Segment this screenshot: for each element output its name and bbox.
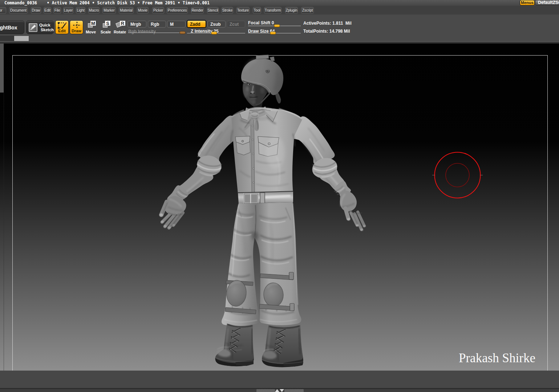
- default-zscript-button[interactable]: DefaultZScript: [535, 0, 559, 5]
- rgb-intensity-handle[interactable]: [179, 31, 186, 34]
- m-button[interactable]: M: [167, 21, 186, 28]
- draw-size-handle[interactable]: [270, 32, 276, 34]
- menu-render[interactable]: Render: [191, 7, 204, 14]
- hscroll-thumb[interactable]: [14, 36, 29, 41]
- menu-stroke[interactable]: Stroke: [222, 7, 233, 14]
- zsub-button[interactable]: Zsub: [207, 21, 226, 28]
- menu-file[interactable]: File: [53, 7, 61, 14]
- focal-shift-handle[interactable]: [274, 24, 280, 27]
- tray-arrow-down-icon[interactable]: [280, 389, 284, 392]
- menu-tool[interactable]: Tool: [253, 7, 261, 14]
- focal-shift-label: Focal Shift 0: [248, 20, 274, 25]
- brush-cursor: [432, 152, 483, 198]
- rotate-button[interactable]: R Rotate: [113, 20, 127, 35]
- menu-light[interactable]: Light: [76, 7, 85, 14]
- menu-marker[interactable]: Marker: [102, 7, 116, 14]
- menus-button[interactable]: Menus: [520, 0, 535, 5]
- menu-preferences[interactable]: Preferences: [167, 7, 188, 14]
- edit-button[interactable]: Edit: [55, 20, 69, 34]
- menu-picker[interactable]: Picker: [152, 7, 164, 14]
- mrgb-button[interactable]: Mrgb: [127, 21, 146, 28]
- edit-icon: [57, 21, 67, 29]
- rgb-button[interactable]: Rgb: [148, 21, 166, 28]
- quick-sketch-icon: [29, 23, 37, 32]
- quick-sketch-label: QuickSketch: [39, 23, 54, 32]
- figure-group: [159, 55, 366, 367]
- menu-transform[interactable]: Transform: [264, 7, 281, 14]
- memory-stats: • Active Mem 2004 • Scratch Disk 53 • Fr…: [47, 0, 210, 5]
- scale-letter-box: S: [105, 21, 110, 26]
- menu-texture[interactable]: Texture: [236, 7, 250, 14]
- tray-handle-texture-left[interactable]: [256, 389, 275, 392]
- menu-bar: Color Document Draw Edit File Layer Ligh…: [0, 6, 559, 15]
- z-intensity-handle[interactable]: [211, 32, 217, 34]
- menu-zplugin[interactable]: Zplugin: [285, 7, 298, 14]
- zadd-button[interactable]: Zadd: [187, 20, 206, 28]
- menu-stencil[interactable]: Stencil: [207, 7, 219, 14]
- scale-button[interactable]: S Scale: [98, 20, 113, 35]
- artist-signature: Prakash Shirke: [459, 351, 535, 366]
- move-button[interactable]: M Move: [84, 20, 98, 35]
- menu-macro[interactable]: Macro: [88, 7, 100, 14]
- menu-edit[interactable]: Edit: [44, 7, 51, 14]
- rgb-intensity-slider[interactable]: [128, 33, 185, 33]
- canvas-hscrollbar: [0, 35, 559, 42]
- menu-document[interactable]: Document: [9, 7, 28, 14]
- quick-sketch-button[interactable]: QuickSketch: [26, 20, 54, 34]
- menu-movie[interactable]: Movie: [137, 7, 149, 14]
- bottom-tray-bar: [0, 389, 559, 392]
- title-bar: Commando_0036 • Active Mem 2004 • Scratc…: [0, 0, 559, 6]
- menu-draw[interactable]: Draw: [31, 7, 41, 14]
- tray-arrow-up-icon[interactable]: [275, 389, 279, 392]
- active-points: ActivePoints: 1.811 Mil: [303, 21, 352, 26]
- zcut-button[interactable]: Zcut: [227, 21, 245, 28]
- document-name: Commando_0036: [4, 0, 37, 5]
- lightbox-button[interactable]: LightBox: [0, 20, 24, 34]
- total-points: TotalPoints: 14.798 Mil: [303, 29, 350, 34]
- menu-color[interactable]: Color: [0, 7, 6, 14]
- draw-button[interactable]: Draw: [70, 20, 83, 34]
- tray-handle-texture-right[interactable]: [284, 389, 304, 392]
- menu-layer[interactable]: Layer: [63, 7, 73, 14]
- hscroll-track[interactable]: [0, 36, 15, 41]
- move-letter-box: M: [90, 21, 96, 26]
- zbrush-window: Commando_0036 • Active Mem 2004 • Scratc…: [0, 0, 559, 392]
- rotate-letter-box: R: [120, 21, 125, 26]
- bottom-bar: [0, 371, 559, 388]
- menu-zscript[interactable]: Zscript: [301, 7, 314, 14]
- menu-material[interactable]: Material: [119, 7, 134, 14]
- sculpt-commando-figure[interactable]: [0, 44, 559, 371]
